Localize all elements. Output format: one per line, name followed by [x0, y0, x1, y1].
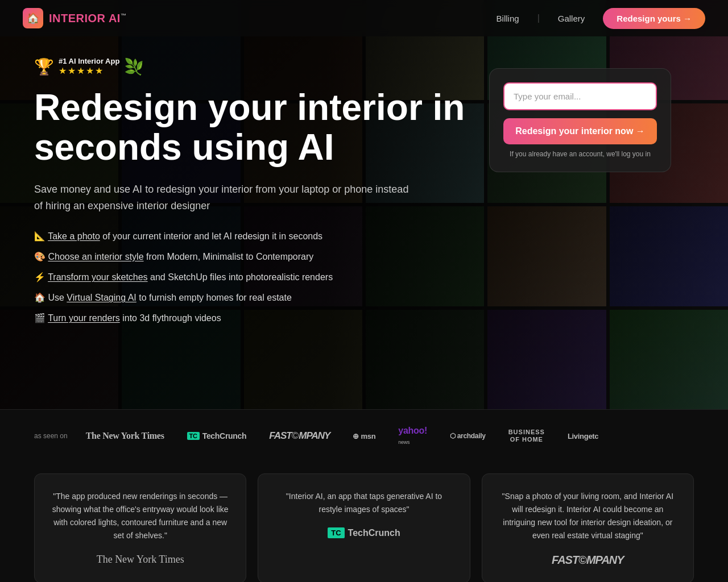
badge-stars: ★★★★★ [59, 65, 119, 76]
hero-right-panel: Redesign your interior now → If you alre… [489, 57, 671, 172]
press-boh: BUSINESSOF HOME [508, 429, 545, 443]
email-input[interactable] [503, 82, 657, 110]
testimonial-fast: "Snap a photo of your living room, and I… [482, 473, 694, 582]
nav-cta-button[interactable]: Redesign yours → [603, 8, 705, 29]
laurel-right-icon: 🌿 [124, 57, 144, 76]
feature-renders-link[interactable]: Turn your renders [48, 313, 120, 323]
testimonial-fast-source: FAST©MPANY [498, 554, 677, 567]
hero-section: 🏆 #1 AI Interior App ★★★★★ 🌿 Redesign yo… [0, 0, 728, 409]
award-badge: 🏆 #1 AI Interior App ★★★★★ 🌿 [34, 57, 466, 76]
press-yahoo: yahoo!news [398, 426, 427, 446]
hero-content: 🏆 #1 AI Interior App ★★★★★ 🌿 Redesign yo… [34, 57, 466, 325]
feature-style: 🎨 Choose an interior style from Modern, … [34, 250, 466, 264]
email-signup-form: Redesign your interior now → If you alre… [489, 68, 671, 172]
press-msn: ⊕ msn [353, 432, 375, 440]
feature-staging-link[interactable]: Virtual Staging AI [67, 293, 136, 302]
press-label: as seen on [34, 432, 68, 440]
testimonial-nyt-quote: "The app produced new renderings in seco… [51, 490, 230, 542]
testimonial-fast-quote: "Snap a photo of your living room, and I… [498, 490, 677, 542]
navbar: 🏠 INTERIOR AI™ Billing | Gallery Redesig… [0, 0, 728, 36]
nav-logo: 🏠 INTERIOR AI™ [23, 8, 126, 28]
logo-icon: 🏠 [23, 8, 43, 28]
testimonial-tc: "Interior AI, an app that taps generativ… [258, 473, 470, 582]
testimonials-section: "The app produced new renderings in seco… [0, 462, 728, 582]
hero-subtitle: Save money and use AI to redesign your i… [34, 181, 410, 214]
testimonial-nyt: "The app produced new renderings in seco… [34, 473, 246, 582]
press-bar: as seen on The New York Times TC TechCru… [0, 409, 728, 462]
badge-title: #1 AI Interior App [59, 57, 119, 65]
laurel-left-icon: 🏆 [34, 57, 54, 76]
form-note: If you already have an account, we'll lo… [503, 150, 657, 158]
hero-features-list: 📐 Take a photo of your current interior … [34, 230, 466, 325]
press-archdaily: ⬡ archdaily [450, 432, 486, 440]
nav-billing-link[interactable]: Billing [497, 14, 519, 23]
press-fastcompany: FAST©MPANY [269, 430, 330, 442]
feature-style-link[interactable]: Choose an interior style [48, 252, 143, 261]
press-livingetc: Livingetc [568, 432, 598, 440]
feature-sketches-link[interactable]: Transform your sketches [48, 272, 147, 282]
press-logos: The New York Times TC TechCrunch FAST©MP… [86, 426, 599, 446]
nav-links: Billing | Gallery Redesign yours → [497, 8, 705, 29]
testimonial-tc-source: TC TechCrunch [274, 527, 453, 538]
press-nyt: The New York Times [86, 431, 164, 441]
hero-heading: Redesign your interior in seconds using … [34, 88, 466, 168]
press-techcrunch: TC TechCrunch [187, 431, 247, 440]
feature-photo: 📐 Take a photo of your current interior … [34, 230, 466, 243]
feature-staging: 🏠 Use Virtual Staging AI to furnish empt… [34, 291, 466, 305]
nav-gallery-link[interactable]: Gallery [558, 14, 585, 23]
feature-photo-link[interactable]: Take a photo [48, 231, 100, 241]
feature-renders: 🎬 Turn your renders into 3d flythrough v… [34, 311, 466, 325]
testimonial-nyt-source: The New York Times [51, 554, 230, 566]
logo-text: INTERIOR AI™ [49, 12, 126, 25]
feature-sketches: ⚡ Transform your sketches and SketchUp f… [34, 271, 466, 284]
redesign-cta-button[interactable]: Redesign your interior now → [503, 118, 657, 144]
testimonial-tc-quote: "Interior AI, an app that taps generativ… [274, 490, 453, 516]
